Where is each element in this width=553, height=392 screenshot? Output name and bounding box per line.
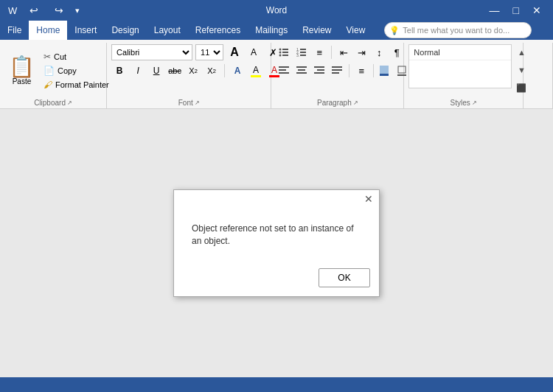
redo-button[interactable]: ↪ [49,0,69,21]
sort-button[interactable]: ↕ [371,44,387,60]
font-shrink-button[interactable]: A [246,44,262,60]
qa-dropdown[interactable]: ▾ [74,6,81,15]
svg-rect-18 [314,66,324,68]
dialog-close-button[interactable]: ✕ [363,193,375,205]
font-row1: Calibri 11 A A ✗ [111,44,282,60]
svg-rect-19 [317,69,324,71]
format-painter-button[interactable]: 🖌 Format Painter [41,78,112,91]
menu-insert[interactable]: Insert [67,21,104,40]
clipboard-expand-arrow[interactable]: ↗ [67,99,72,106]
paragraph-expand-arrow[interactable]: ↗ [353,99,358,106]
svg-rect-14 [279,72,289,74]
increase-indent-button[interactable]: ⇥ [353,44,369,60]
svg-text:3.: 3. [296,53,299,57]
copy-button[interactable]: 📄 Copy [41,64,112,77]
para-sep2 [349,64,349,77]
copy-icon: 📄 [44,66,55,76]
dialog-ok-button[interactable]: OK [319,268,370,287]
svg-rect-17 [296,72,307,74]
line-spacing-button[interactable]: ≡ [353,63,369,79]
menu-layout[interactable]: Layout [147,21,188,40]
svg-rect-16 [298,69,305,71]
superscript-button[interactable]: X2 [204,63,220,79]
word-icon: W [6,5,19,16]
dialog-body: Object reference not set to an instance … [174,208,379,262]
title-bar: W ↩ ↪ ▾ Word — □ ✕ [0,0,553,21]
error-dialog: ✕ Object reference not set to an instanc… [173,189,380,297]
strikethrough-button[interactable]: abc [167,63,183,79]
text-effects-button[interactable]: A [229,63,246,79]
document-area: ✕ Object reference not set to an instanc… [0,109,553,377]
font-group: Calibri 11 A A ✗ B I U abc X2 X2 A [107,43,271,108]
svg-rect-15 [296,66,307,68]
styles-expand-arrow[interactable]: ↗ [472,99,477,106]
italic-button[interactable]: I [130,63,146,79]
dialog-footer: OK [174,262,379,296]
menu-view[interactable]: View [339,21,373,40]
clipboard-group: 📋 Paste ✂ Cut 📄 Copy 🖌 Format Painter [0,43,107,108]
highlight-button[interactable]: A [248,63,264,79]
para-row1: 1.2.3. ≡ ⇤ ⇥ ↕ ¶ [276,44,411,60]
status-bar [0,377,553,392]
clipboard-small-buttons: ✂ Cut 📄 Copy 🖌 Format Painter [41,50,112,91]
font-expand-arrow[interactable]: ↗ [195,99,200,106]
numbering-button[interactable]: 1.2.3. [293,44,310,60]
menu-home[interactable]: Home [29,21,67,40]
paste-button[interactable]: 📋 Paste [4,50,39,91]
maximize-button[interactable]: □ [507,0,525,21]
font-size-select[interactable]: 11 [195,44,223,60]
paragraph-group: 1.2.3. ≡ ⇤ ⇥ ↕ ¶ [271,43,404,108]
justify-button[interactable] [329,63,345,79]
menu-file[interactable]: File [0,21,29,40]
align-right-button[interactable] [311,63,327,79]
bullets-button[interactable] [276,44,292,60]
align-left-button[interactable] [276,63,292,79]
svg-rect-22 [332,69,342,71]
para-row2: ≡ [276,63,411,79]
clipboard-content: 📋 Paste ✂ Cut 📄 Copy 🖌 Format Painter [4,44,112,97]
copy-label: Copy [58,66,77,75]
menu-design[interactable]: Design [104,21,146,40]
svg-rect-21 [332,66,342,68]
decrease-indent-button[interactable]: ⇤ [335,44,352,60]
svg-rect-5 [282,55,288,56]
shading-button[interactable] [378,63,394,79]
tell-me-placeholder: Tell me what you want to do... [403,26,509,35]
font-name-select[interactable]: Calibri [111,44,192,60]
show-paragraph-button[interactable]: ¶ [389,44,405,60]
styles-group: Normal ▲ ▼ ⬛ Styles ↗ [404,43,524,108]
menu-bar: File Home Insert Design Layout Reference… [0,21,553,40]
svg-rect-23 [332,72,339,74]
para-sep3 [373,64,374,77]
svg-rect-9 [300,52,306,53]
cut-label: Cut [54,52,66,61]
dialog-header: ✕ [174,190,379,208]
menu-mailings[interactable]: Mailings [248,21,295,40]
para-sep1 [331,46,332,59]
styles-box: Normal [408,44,512,88]
menu-references[interactable]: References [188,21,248,40]
subscript-button[interactable]: X2 [185,63,201,79]
quick-access-toolbar: W ↩ ↪ ▾ [6,0,81,21]
underline-button[interactable]: U [148,63,164,79]
undo-button[interactable]: ↩ [24,0,44,21]
svg-rect-20 [314,72,324,74]
svg-point-2 [279,52,282,54]
multilevel-button[interactable]: ≡ [311,44,327,60]
app-title: Word [266,5,287,15]
font-grow-button[interactable]: A [226,44,243,60]
svg-rect-1 [282,49,288,50]
styles-box-content: Normal [409,45,511,60]
ribbon: 📋 Paste ✂ Cut 📄 Copy 🖌 Format Painter [0,40,553,109]
cut-button[interactable]: ✂ Cut [41,50,112,63]
close-button[interactable]: ✕ [526,0,547,21]
svg-rect-12 [279,66,289,68]
dialog-message: Object reference not set to an instance … [192,223,353,246]
tell-me-bar[interactable]: 💡 Tell me what you want to do... [384,22,532,38]
align-center-button[interactable] [293,63,310,79]
modal-overlay: ✕ Object reference not set to an instanc… [0,109,553,377]
bold-button[interactable]: B [111,63,128,79]
menu-review[interactable]: Review [295,21,338,40]
font-row2: B I U abc X2 X2 A A A [111,63,282,79]
minimize-button[interactable]: — [484,0,506,21]
